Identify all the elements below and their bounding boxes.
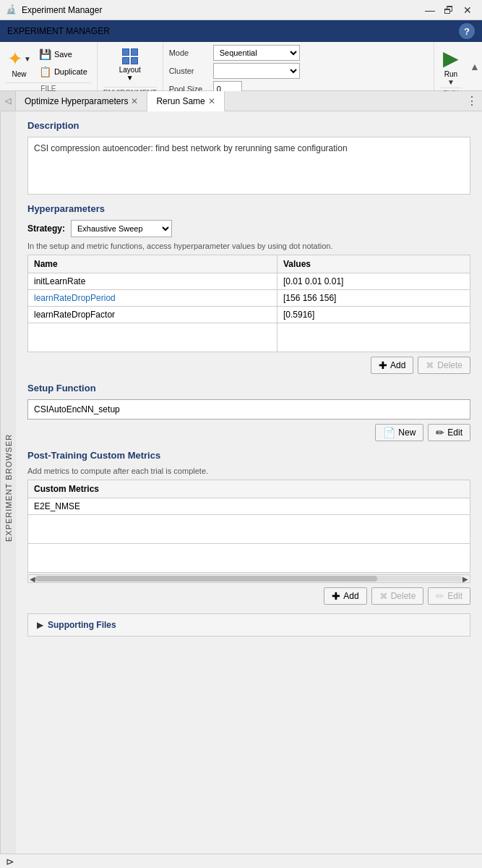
save-icon: 💾 (39, 48, 51, 60)
run-group: ▶ Run ▼ RUN (434, 42, 468, 90)
environment-group-content: Layout ▼ (113, 45, 147, 85)
ribbon-toolbar: ✦ ▼ New 💾 Save 📋 Duplicate FILE (0, 42, 482, 91)
param-name-cell: learnRateDropPeriod (28, 290, 277, 307)
strategy-select[interactable]: Exhaustive Sweep (71, 220, 172, 237)
new-file-icon: 📄 (383, 427, 395, 438)
ribbon-collapse-button[interactable]: ▲ (468, 42, 482, 90)
metrics-value-cell: E2E_NMSE (28, 498, 470, 515)
status-bar: ⊳ (0, 854, 482, 868)
layout-button[interactable]: Layout ▼ (113, 45, 147, 85)
edit-metric-label: Edit (447, 591, 462, 601)
new-icon-wrapper: ✦ ▼ (7, 48, 31, 70)
layout-icon (122, 48, 138, 64)
sidebar-browser-label: EXPERIMENT BROWSER (4, 433, 13, 541)
run-dropdown-icon: ▼ (447, 78, 455, 86)
save-button[interactable]: 💾 Save (35, 46, 91, 62)
sidebar-browser: EXPERIMENT BROWSER (0, 111, 16, 864)
mode-row: Mode Sequential (169, 45, 428, 61)
setup-function-title: Setup Function (27, 383, 470, 393)
metrics-row-empty2 (28, 544, 470, 573)
add-hyperparameter-button[interactable]: ✚ Add (371, 357, 413, 374)
tab-optimize-hyperparameters[interactable]: Optimize Hyperparameters ✕ (16, 91, 147, 111)
delete-icon: ✖ (426, 359, 434, 371)
param-name-cell: learnRateDropFactor (28, 307, 277, 323)
scrollbar-thumb (35, 576, 377, 582)
strategy-row: Strategy: Exhaustive Sweep (27, 220, 470, 237)
mode-label: Mode (169, 48, 209, 57)
metrics-table: Custom Metrics E2E_NMSE (27, 480, 470, 573)
param-values-cell: [0.5916] (277, 307, 470, 323)
metrics-btn-row: ✚ Add ✖ Delete ✏ Edit (27, 587, 470, 605)
tab-rerun-same[interactable]: Rerun Same ✕ (147, 91, 224, 111)
description-title: Description (27, 120, 470, 131)
table-row[interactable]: initLearnRate [0.01 0.01 0.01] (28, 273, 470, 290)
empty-cell (28, 323, 277, 352)
layout-dropdown-icon: ▼ (126, 74, 134, 82)
scroll-right-icon[interactable]: ▶ (462, 575, 468, 583)
new-setup-label: New (398, 427, 416, 438)
description-box[interactable]: CSI compression autoencoder: find best n… (27, 137, 470, 195)
metrics-row[interactable]: E2E_NMSE (28, 498, 470, 515)
file-group: ✦ ▼ New 💾 Save 📋 Duplicate FILE (0, 42, 98, 90)
new-icon: ✦ (7, 48, 23, 70)
delete-hyperparameter-button[interactable]: ✖ Delete (418, 357, 470, 374)
cluster-label: Cluster (169, 67, 209, 75)
table-row-empty (28, 323, 470, 352)
cluster-select[interactable] (213, 63, 300, 79)
save-duplicate-group: 💾 Save 📋 Duplicate (35, 46, 91, 80)
new-setup-button[interactable]: 📄 New (375, 424, 423, 441)
content-area: Description CSI compression autoencoder:… (16, 111, 482, 864)
scroll-left-icon[interactable]: ◀ (30, 575, 35, 583)
add-metric-icon: ✚ (332, 590, 340, 602)
tab2-label: Rerun Same (156, 96, 205, 106)
add-label: Add (390, 360, 405, 370)
mode-select[interactable]: Sequential (213, 45, 300, 61)
supporting-files-header[interactable]: ▶ Supporting Files (27, 613, 470, 637)
param-values-cell: [156 156 156] (277, 290, 470, 307)
add-icon: ✚ (379, 359, 387, 371)
setup-function-section: Setup Function 📄 New ✏ Edit (27, 383, 470, 441)
delete-metric-button[interactable]: ✖ Delete (371, 587, 424, 605)
tab2-close-icon[interactable]: ✕ (208, 96, 215, 106)
duplicate-icon: 📋 (39, 66, 51, 77)
metrics-row-empty (28, 515, 470, 544)
hyperparameters-section: Hyperparameters Strategy: Exhaustive Swe… (27, 203, 470, 374)
metrics-empty-cell (28, 515, 470, 544)
delete-metric-label: Delete (391, 591, 416, 601)
hyperparameters-hint: In the setup and metric functions, acces… (27, 242, 470, 250)
run-play-icon: ▶ (443, 46, 459, 70)
edit-metric-icon: ✏ (436, 590, 444, 602)
title-bar-left: 🔬 Experiment Manager (6, 4, 102, 16)
metrics-scrollbar[interactable]: ◀ ▶ (27, 574, 470, 583)
metrics-empty-cell2 (28, 544, 470, 573)
hyperparameters-btn-row: ✚ Add ✖ Delete (27, 357, 470, 374)
metrics-table-header: Custom Metrics (28, 480, 470, 498)
edit-metric-button[interactable]: ✏ Edit (428, 587, 470, 605)
setup-function-input[interactable] (27, 399, 470, 420)
duplicate-button[interactable]: 📋 Duplicate (35, 64, 91, 80)
minimize-button[interactable]: — (421, 3, 439, 17)
param-link[interactable]: learnRateDropPeriod (34, 293, 116, 303)
add-metric-label: Add (343, 591, 358, 601)
edit-icon: ✏ (436, 427, 444, 438)
duplicate-label: Duplicate (54, 67, 87, 76)
new-button[interactable]: ✦ ▼ New (6, 45, 33, 81)
table-row[interactable]: learnRateDropPeriod [156 156 156] (28, 290, 470, 307)
restore-button[interactable]: 🗗 (440, 3, 457, 17)
edit-setup-button[interactable]: ✏ Edit (428, 424, 470, 441)
help-button[interactable]: ? (459, 23, 475, 39)
run-button[interactable]: ▶ Run ▼ (440, 45, 462, 88)
tab-menu-button[interactable]: ⋮ (462, 91, 482, 111)
file-group-content: ✦ ▼ New 💾 Save 📋 Duplicate (6, 45, 91, 81)
description-section: Description CSI compression autoencoder:… (27, 120, 470, 195)
add-metric-button[interactable]: ✚ Add (324, 587, 366, 605)
delete-metric-icon: ✖ (379, 590, 388, 602)
close-button[interactable]: ✕ (459, 3, 476, 17)
tabs-container: Optimize Hyperparameters ✕ Rerun Same ✕ (16, 91, 462, 111)
tab1-close-icon[interactable]: ✕ (131, 96, 138, 106)
setup-function-btn-row: 📄 New ✏ Edit (27, 424, 470, 441)
supporting-files-label: Supporting Files (48, 620, 116, 630)
new-dropdown-arrow-icon: ▼ (24, 55, 31, 63)
hyperparameters-table: Name Values initLearnRate [0.01 0.01 0.0… (27, 255, 470, 352)
table-row[interactable]: learnRateDropFactor [0.5916] (28, 307, 470, 323)
